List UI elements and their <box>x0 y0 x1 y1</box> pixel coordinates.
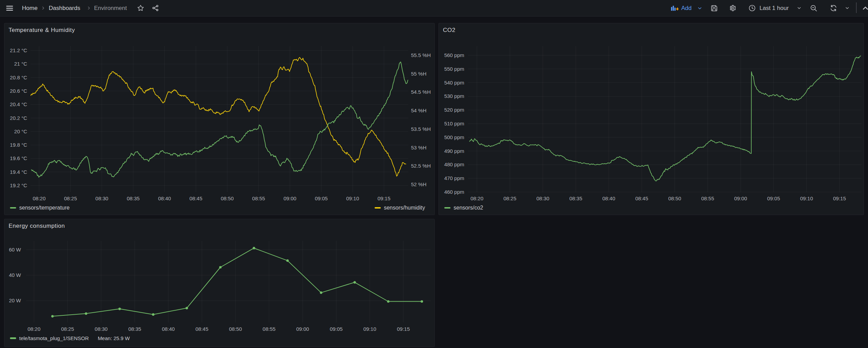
svg-text:20.4 °C: 20.4 °C <box>10 101 27 107</box>
svg-text:09:10: 09:10 <box>363 326 376 332</box>
svg-text:08:40: 08:40 <box>158 195 171 201</box>
svg-text:08:30: 08:30 <box>536 195 549 201</box>
svg-text:09:15: 09:15 <box>833 195 846 201</box>
svg-text:08:55: 08:55 <box>263 326 276 332</box>
svg-text:09:15: 09:15 <box>397 326 410 332</box>
svg-text:08:20: 08:20 <box>470 195 483 201</box>
svg-text:08:35: 08:35 <box>569 195 582 201</box>
svg-text:470 ppm: 470 ppm <box>444 175 464 181</box>
svg-text:08:25: 08:25 <box>61 326 74 332</box>
svg-text:560 ppm: 560 ppm <box>444 52 464 58</box>
svg-text:52.5 %H: 52.5 %H <box>411 163 431 169</box>
svg-text:54.5 %H: 54.5 %H <box>411 89 431 95</box>
svg-text:54 %H: 54 %H <box>411 108 426 113</box>
svg-text:20.2 °C: 20.2 °C <box>10 115 27 121</box>
svg-text:20.6 °C: 20.6 °C <box>10 88 27 94</box>
svg-text:08:25: 08:25 <box>503 195 516 201</box>
svg-text:08:35: 08:35 <box>127 195 140 201</box>
svg-text:08:35: 08:35 <box>128 326 141 332</box>
svg-text:08:20: 08:20 <box>33 195 46 201</box>
svg-text:20 °C: 20 °C <box>14 128 27 134</box>
svg-text:460 ppm: 460 ppm <box>444 189 464 195</box>
svg-text:55.5 %H: 55.5 %H <box>411 52 431 58</box>
svg-text:09:05: 09:05 <box>315 195 328 201</box>
svg-text:08:50: 08:50 <box>229 326 242 332</box>
svg-text:480 ppm: 480 ppm <box>444 161 464 167</box>
svg-text:09:00: 09:00 <box>734 195 747 201</box>
svg-text:08:45: 08:45 <box>635 195 648 201</box>
svg-text:21.2 °C: 21.2 °C <box>10 47 27 53</box>
svg-text:55 %H: 55 %H <box>411 71 426 77</box>
svg-text:60 W: 60 W <box>9 247 21 252</box>
svg-text:550 ppm: 550 ppm <box>444 66 464 72</box>
svg-text:52 %H: 52 %H <box>411 181 426 187</box>
svg-text:19.6 °C: 19.6 °C <box>10 155 27 161</box>
svg-text:21 °C: 21 °C <box>14 61 27 67</box>
svg-text:09:00: 09:00 <box>296 326 309 332</box>
svg-text:09:10: 09:10 <box>800 195 813 201</box>
svg-text:53.5 %H: 53.5 %H <box>411 126 431 132</box>
svg-text:08:55: 08:55 <box>701 195 714 201</box>
svg-text:530 ppm: 530 ppm <box>444 93 464 99</box>
svg-text:19.2 °C: 19.2 °C <box>10 182 27 188</box>
svg-text:08:55: 08:55 <box>252 195 265 201</box>
svg-text:500 ppm: 500 ppm <box>444 134 464 140</box>
svg-text:540 ppm: 540 ppm <box>444 80 464 86</box>
svg-text:08:30: 08:30 <box>95 195 108 201</box>
svg-text:08:40: 08:40 <box>162 326 175 332</box>
svg-text:08:45: 08:45 <box>195 326 208 332</box>
svg-text:08:25: 08:25 <box>64 195 77 201</box>
svg-text:20.8 °C: 20.8 °C <box>10 75 27 80</box>
svg-text:09:15: 09:15 <box>378 195 391 201</box>
svg-text:09:00: 09:00 <box>284 195 297 201</box>
svg-text:09:10: 09:10 <box>346 195 359 201</box>
svg-text:20 W: 20 W <box>9 298 21 303</box>
svg-text:19.4 °C: 19.4 °C <box>10 169 27 175</box>
svg-text:09:05: 09:05 <box>330 326 343 332</box>
svg-text:520 ppm: 520 ppm <box>444 107 464 113</box>
svg-text:490 ppm: 490 ppm <box>444 148 464 154</box>
svg-text:08:45: 08:45 <box>190 195 203 201</box>
svg-text:19.8 °C: 19.8 °C <box>10 142 27 148</box>
svg-text:08:20: 08:20 <box>27 326 41 332</box>
svg-text:08:50: 08:50 <box>668 195 681 201</box>
svg-text:08:30: 08:30 <box>95 326 108 332</box>
svg-text:08:40: 08:40 <box>602 195 615 201</box>
svg-text:08:50: 08:50 <box>221 195 234 201</box>
svg-text:40 W: 40 W <box>9 272 21 278</box>
svg-text:510 ppm: 510 ppm <box>444 121 464 126</box>
svg-text:09:05: 09:05 <box>767 195 780 201</box>
svg-text:53 %H: 53 %H <box>411 145 426 150</box>
